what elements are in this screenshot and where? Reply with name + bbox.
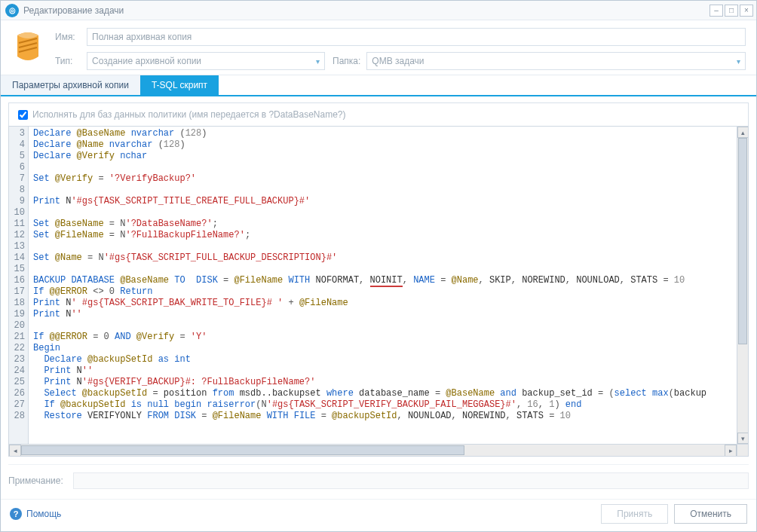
code-line[interactable] xyxy=(33,241,732,252)
line-number: 6 xyxy=(9,162,28,173)
code-line[interactable]: Print N'#gs{VERIFY_BACKUP}#: ?FullBackup… xyxy=(33,377,732,388)
folder-select[interactable]: QMB задачи ▾ xyxy=(366,52,746,70)
tab-backup-params[interactable]: Параметры архивной копии xyxy=(1,75,140,95)
code-line[interactable]: Declare @backupSetId as int xyxy=(33,354,732,365)
titlebar: ◎ Редактирование задачи – □ × xyxy=(1,1,756,20)
line-number: 13 xyxy=(9,241,28,252)
line-number: 4 xyxy=(9,139,28,151)
window-controls: – □ × xyxy=(709,5,753,17)
code-line[interactable]: Set @Verify = '?VerifyBackup?' xyxy=(33,173,732,185)
code-line[interactable]: Select @backupSetId = position from msdb… xyxy=(33,388,732,399)
line-number: 19 xyxy=(9,309,28,320)
scroll-down-icon[interactable]: ▾ xyxy=(737,433,748,444)
code-line[interactable] xyxy=(33,207,732,219)
help-icon: ? xyxy=(10,508,22,520)
code-line[interactable]: Restore VERIFYONLY FROM DISK = @FileName… xyxy=(33,411,732,422)
line-number: 20 xyxy=(9,320,28,332)
note-row: Примечание: xyxy=(8,464,749,491)
type-select[interactable]: Создание архивной копии ▾ xyxy=(87,52,325,70)
maximize-button[interactable]: □ xyxy=(725,5,738,17)
code-line[interactable]: Print N' #gs{TASK_SCRIPT_BAK_WRITE_TO_FI… xyxy=(33,298,732,309)
line-number: 21 xyxy=(9,332,28,343)
line-number: 14 xyxy=(9,252,28,264)
line-number: 28 xyxy=(9,411,28,422)
line-number: 7 xyxy=(9,173,28,185)
execute-per-db-label: Исполнять для баз данных политики (имя п… xyxy=(32,109,345,120)
window-title: Редактирование задачи xyxy=(23,5,709,16)
code-line[interactable]: Declare @BaseName nvarchar (128) xyxy=(33,128,732,139)
code-line[interactable]: Print N'' xyxy=(33,309,732,320)
tabbar: Параметры архивной копии T-SQL скрипт xyxy=(1,75,756,96)
line-number: 10 xyxy=(9,207,28,219)
vscroll-thumb[interactable] xyxy=(738,138,747,344)
line-number: 17 xyxy=(9,286,28,298)
code-line[interactable]: Print N'' xyxy=(33,365,732,377)
line-number: 12 xyxy=(9,230,28,241)
scroll-corner xyxy=(737,445,748,456)
line-number: 22 xyxy=(9,343,28,354)
code-line[interactable]: Declare @Verify nchar xyxy=(33,151,732,162)
close-button[interactable]: × xyxy=(740,5,753,17)
note-input[interactable] xyxy=(73,472,749,489)
minimize-button[interactable]: – xyxy=(709,5,723,17)
footer: ? Помощь Принять Отменить xyxy=(1,499,756,531)
code-line[interactable]: If @@ERROR <> 0 Return xyxy=(33,286,732,298)
code-line[interactable]: Begin xyxy=(33,343,732,354)
header-form: Имя: Тип: Создание архивной копии ▾ Папк… xyxy=(1,20,756,75)
line-number: 24 xyxy=(9,365,28,377)
chevron-down-icon: ▾ xyxy=(737,57,740,66)
line-number: 11 xyxy=(9,219,28,230)
vscroll-track[interactable] xyxy=(737,138,748,433)
code-line[interactable]: Declare @Name nvarchar (128) xyxy=(33,139,732,151)
code-line[interactable]: Set @BaseName = N'?DataBaseName?'; xyxy=(33,219,732,230)
code-line[interactable]: BACKUP DATABASE @BaseName TO DISK = @Fil… xyxy=(33,275,732,286)
scroll-right-icon[interactable]: ▸ xyxy=(725,445,737,457)
code-line[interactable]: If @@ERROR = 0 AND @Verify = 'Y' xyxy=(33,332,732,343)
tab-tsql-script[interactable]: T-SQL скрипт xyxy=(140,75,219,95)
help-label: Помощь xyxy=(26,509,61,519)
code-line[interactable]: Set @Name = N'#gs{TASK_SCRIPT_FULL_BACKU… xyxy=(33,252,732,264)
note-label: Примечание: xyxy=(8,475,67,486)
code-line[interactable] xyxy=(33,264,732,275)
line-number: 27 xyxy=(9,399,28,411)
task-icon xyxy=(11,31,44,64)
line-number: 9 xyxy=(9,196,28,207)
code-area[interactable]: Declare @BaseName nvarchar (128)Declare … xyxy=(29,127,737,444)
accept-button[interactable]: Принять xyxy=(601,504,668,524)
hscroll-thumb[interactable] xyxy=(21,445,464,455)
vertical-scrollbar[interactable]: ▴ ▾ xyxy=(737,127,748,444)
line-gutter: 3456789101112131415161718192021222324252… xyxy=(9,127,29,444)
line-number: 16 xyxy=(9,275,28,286)
line-number: 26 xyxy=(9,388,28,399)
chevron-down-icon: ▾ xyxy=(316,57,320,66)
help-link[interactable]: ? Помощь xyxy=(10,508,61,520)
scroll-up-icon[interactable]: ▴ xyxy=(737,127,748,138)
horizontal-scrollbar[interactable]: ◂ ▸ xyxy=(9,444,748,456)
line-number: 18 xyxy=(9,298,28,309)
name-input[interactable] xyxy=(87,28,746,46)
hscroll-track[interactable] xyxy=(21,445,725,456)
line-number: 23 xyxy=(9,354,28,365)
type-value: Создание архивной копии xyxy=(92,56,201,66)
line-number: 3 xyxy=(9,128,28,139)
line-number: 15 xyxy=(9,264,28,275)
code-line[interactable] xyxy=(33,162,732,173)
code-line[interactable]: Print N'#gs{TASK_SCRIPT_TITLE_CREATE_FUL… xyxy=(33,196,732,207)
type-label: Тип: xyxy=(55,56,81,66)
cancel-button[interactable]: Отменить xyxy=(674,504,747,524)
line-number: 25 xyxy=(9,377,28,388)
folder-label: Папка: xyxy=(333,56,360,66)
line-number: 8 xyxy=(9,185,28,196)
code-line[interactable]: If @backupSetId is null begin raiserror(… xyxy=(33,399,732,411)
code-line[interactable] xyxy=(33,320,732,332)
folder-value: QMB задачи xyxy=(372,56,424,66)
code-editor: 3456789101112131415161718192021222324252… xyxy=(8,126,749,457)
code-line[interactable]: Set @FileName = N'?FullBackupFileName?'; xyxy=(33,230,732,241)
app-badge-icon: ◎ xyxy=(5,4,19,17)
line-number: 5 xyxy=(9,151,28,162)
execute-per-db-checkbox-row: Исполнять для баз данных политики (имя п… xyxy=(8,102,749,126)
execute-per-db-checkbox[interactable] xyxy=(18,110,28,120)
name-label: Имя: xyxy=(55,32,81,42)
code-line[interactable] xyxy=(33,185,732,196)
scroll-left-icon[interactable]: ◂ xyxy=(9,445,21,457)
